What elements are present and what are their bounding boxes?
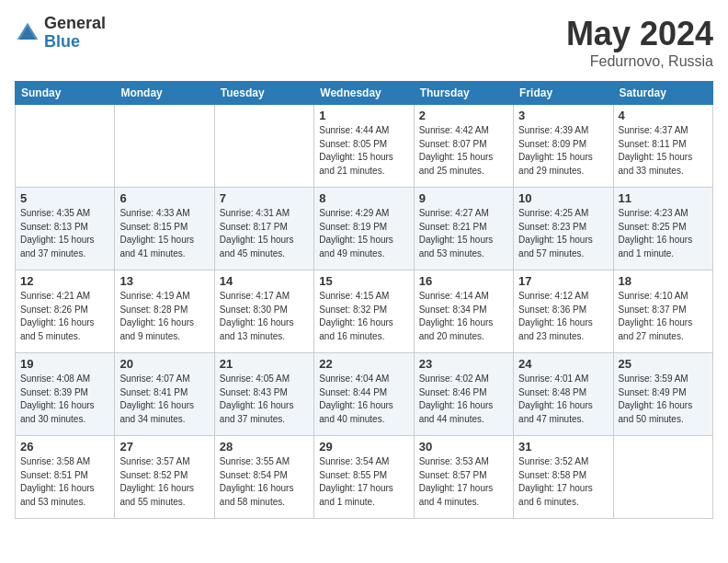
day-number: 1 (319, 109, 408, 122)
day-number: 27 (119, 440, 209, 454)
day-info: Sunrise: 3:57 AM Sunset: 8:52 PM Dayligh… (119, 455, 209, 509)
day-number: 9 (419, 191, 508, 205)
calendar-week-row: 19Sunrise: 4:08 AM Sunset: 8:39 PM Dayli… (16, 353, 713, 436)
calendar-location: Fedurnovo, Russia (566, 53, 713, 70)
calendar-cell: 12Sunrise: 4:21 AM Sunset: 8:26 PM Dayli… (16, 270, 115, 353)
day-number: 14 (220, 274, 309, 288)
day-number: 3 (518, 109, 608, 122)
calendar-cell: 3Sunrise: 4:39 AM Sunset: 8:09 PM Daylig… (514, 105, 613, 188)
day-number: 11 (619, 191, 708, 205)
day-info: Sunrise: 4:14 AM Sunset: 8:34 PM Dayligh… (419, 290, 508, 343)
day-info: Sunrise: 3:59 AM Sunset: 8:49 PM Dayligh… (619, 373, 708, 426)
day-info: Sunrise: 4:19 AM Sunset: 8:28 PM Dayligh… (119, 290, 209, 343)
calendar-cell: 26Sunrise: 3:58 AM Sunset: 8:51 PM Dayli… (16, 436, 115, 519)
day-header-friday: Friday (514, 82, 613, 105)
calendar-cell: 7Sunrise: 4:31 AM Sunset: 8:17 PM Daylig… (214, 188, 313, 270)
day-header-tuesday: Tuesday (214, 82, 313, 105)
day-info: Sunrise: 4:15 AM Sunset: 8:32 PM Dayligh… (319, 290, 408, 343)
calendar-week-row: 1Sunrise: 4:44 AM Sunset: 8:05 PM Daylig… (16, 105, 713, 188)
day-number: 17 (518, 274, 608, 288)
day-number: 12 (20, 274, 109, 288)
calendar-week-row: 12Sunrise: 4:21 AM Sunset: 8:26 PM Dayli… (16, 270, 713, 353)
day-number: 26 (20, 440, 109, 454)
day-info: Sunrise: 4:21 AM Sunset: 8:26 PM Dayligh… (20, 290, 109, 343)
day-info: Sunrise: 4:07 AM Sunset: 8:41 PM Dayligh… (119, 373, 209, 426)
day-header-thursday: Thursday (414, 82, 513, 105)
calendar-cell: 14Sunrise: 4:17 AM Sunset: 8:30 PM Dayli… (214, 270, 313, 353)
day-info: Sunrise: 4:01 AM Sunset: 8:48 PM Dayligh… (518, 373, 608, 426)
day-number: 18 (619, 274, 708, 288)
day-info: Sunrise: 4:33 AM Sunset: 8:15 PM Dayligh… (119, 207, 209, 260)
logo-general-text: General (44, 15, 106, 33)
calendar-cell: 17Sunrise: 4:12 AM Sunset: 8:36 PM Dayli… (514, 270, 613, 353)
day-number: 2 (419, 109, 508, 122)
calendar-week-row: 26Sunrise: 3:58 AM Sunset: 8:51 PM Dayli… (16, 436, 713, 519)
calendar-cell (16, 105, 115, 188)
day-info: Sunrise: 4:39 AM Sunset: 8:09 PM Dayligh… (518, 124, 608, 178)
day-number: 19 (20, 357, 109, 371)
day-number: 25 (619, 357, 708, 371)
day-number: 8 (319, 191, 408, 205)
day-info: Sunrise: 4:42 AM Sunset: 8:07 PM Dayligh… (419, 124, 508, 178)
calendar-cell: 31Sunrise: 3:52 AM Sunset: 8:58 PM Dayli… (514, 436, 613, 519)
day-info: Sunrise: 4:02 AM Sunset: 8:46 PM Dayligh… (419, 373, 508, 426)
day-info: Sunrise: 3:52 AM Sunset: 8:58 PM Dayligh… (518, 455, 608, 509)
calendar-cell: 25Sunrise: 3:59 AM Sunset: 8:49 PM Dayli… (613, 353, 712, 436)
calendar-cell: 21Sunrise: 4:05 AM Sunset: 8:43 PM Dayli… (214, 353, 313, 436)
calendar-cell: 27Sunrise: 3:57 AM Sunset: 8:52 PM Dayli… (115, 436, 214, 519)
day-number: 30 (419, 440, 508, 454)
day-info: Sunrise: 4:27 AM Sunset: 8:21 PM Dayligh… (419, 207, 508, 260)
calendar-cell (115, 105, 214, 188)
calendar-cell (214, 105, 313, 188)
calendar-cell: 6Sunrise: 4:33 AM Sunset: 8:15 PM Daylig… (115, 188, 214, 270)
calendar-cell: 13Sunrise: 4:19 AM Sunset: 8:28 PM Dayli… (115, 270, 214, 353)
day-number: 23 (419, 357, 508, 371)
calendar-cell: 18Sunrise: 4:10 AM Sunset: 8:37 PM Dayli… (613, 270, 712, 353)
calendar-cell: 30Sunrise: 3:53 AM Sunset: 8:57 PM Dayli… (414, 436, 513, 519)
calendar-cell: 8Sunrise: 4:29 AM Sunset: 8:19 PM Daylig… (314, 188, 414, 270)
day-number: 29 (319, 440, 408, 454)
calendar-table: SundayMondayTuesdayWednesdayThursdayFrid… (15, 81, 713, 519)
day-number: 10 (518, 191, 608, 205)
day-number: 21 (220, 357, 309, 371)
day-info: Sunrise: 4:44 AM Sunset: 8:05 PM Dayligh… (319, 124, 408, 178)
day-number: 13 (119, 274, 209, 288)
calendar-cell: 23Sunrise: 4:02 AM Sunset: 8:46 PM Dayli… (414, 353, 513, 436)
calendar-cell: 19Sunrise: 4:08 AM Sunset: 8:39 PM Dayli… (16, 353, 115, 436)
day-info: Sunrise: 4:35 AM Sunset: 8:13 PM Dayligh… (20, 207, 109, 260)
day-number: 22 (319, 357, 408, 371)
calendar-cell: 29Sunrise: 3:54 AM Sunset: 8:55 PM Dayli… (314, 436, 414, 519)
logo-text: General Blue (44, 15, 106, 52)
day-number: 7 (220, 191, 309, 205)
day-number: 28 (220, 440, 309, 454)
day-header-sunday: Sunday (16, 82, 115, 105)
day-info: Sunrise: 4:31 AM Sunset: 8:17 PM Dayligh… (220, 207, 309, 260)
calendar-cell: 11Sunrise: 4:23 AM Sunset: 8:25 PM Dayli… (613, 188, 712, 270)
day-info: Sunrise: 3:53 AM Sunset: 8:57 PM Dayligh… (419, 455, 508, 509)
day-number: 16 (419, 274, 508, 288)
day-info: Sunrise: 4:05 AM Sunset: 8:43 PM Dayligh… (220, 373, 309, 426)
calendar-cell: 2Sunrise: 4:42 AM Sunset: 8:07 PM Daylig… (414, 105, 513, 188)
day-info: Sunrise: 3:58 AM Sunset: 8:51 PM Dayligh… (20, 455, 109, 509)
calendar-cell (613, 436, 712, 519)
day-info: Sunrise: 3:55 AM Sunset: 8:54 PM Dayligh… (220, 455, 309, 509)
calendar-cell: 28Sunrise: 3:55 AM Sunset: 8:54 PM Dayli… (214, 436, 313, 519)
day-number: 15 (319, 274, 408, 288)
logo-icon (15, 20, 40, 46)
day-header-monday: Monday (115, 82, 214, 105)
calendar-cell: 24Sunrise: 4:01 AM Sunset: 8:48 PM Dayli… (514, 353, 613, 436)
day-header-wednesday: Wednesday (314, 82, 414, 105)
day-info: Sunrise: 4:12 AM Sunset: 8:36 PM Dayligh… (518, 290, 608, 343)
calendar-cell: 22Sunrise: 4:04 AM Sunset: 8:44 PM Dayli… (314, 353, 414, 436)
calendar-cell: 9Sunrise: 4:27 AM Sunset: 8:21 PM Daylig… (414, 188, 513, 270)
calendar-cell: 5Sunrise: 4:35 AM Sunset: 8:13 PM Daylig… (16, 188, 115, 270)
day-info: Sunrise: 4:37 AM Sunset: 8:11 PM Dayligh… (619, 124, 708, 178)
day-header-saturday: Saturday (613, 82, 712, 105)
title-block: May 2024 Fedurnovo, Russia (566, 15, 713, 70)
day-info: Sunrise: 3:54 AM Sunset: 8:55 PM Dayligh… (319, 455, 408, 509)
day-info: Sunrise: 4:23 AM Sunset: 8:25 PM Dayligh… (619, 207, 708, 260)
day-info: Sunrise: 4:04 AM Sunset: 8:44 PM Dayligh… (319, 373, 408, 426)
day-info: Sunrise: 4:29 AM Sunset: 8:19 PM Dayligh… (319, 207, 408, 260)
day-number: 20 (119, 357, 209, 371)
calendar-cell: 20Sunrise: 4:07 AM Sunset: 8:41 PM Dayli… (115, 353, 214, 436)
